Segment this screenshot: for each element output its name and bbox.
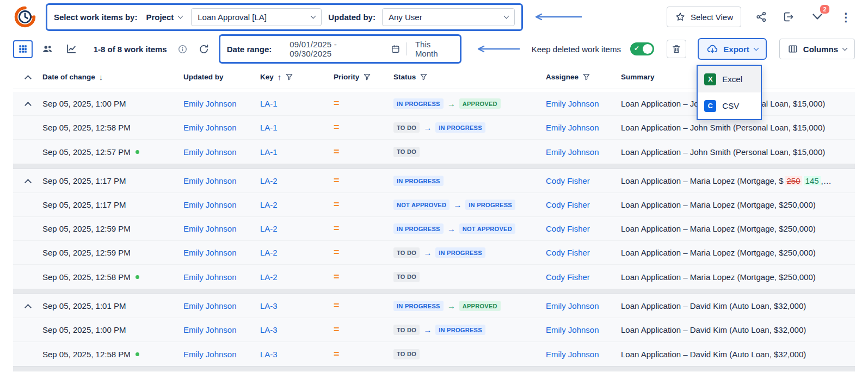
date-cell: Sep 05, 2025, 1:17 PM xyxy=(42,176,183,185)
export-button[interactable]: Export xyxy=(698,38,767,60)
keep-deleted-toggle[interactable] xyxy=(630,42,654,55)
priority-cell: = xyxy=(334,199,393,210)
chart-view-button[interactable] xyxy=(61,40,81,58)
collapse-group-icon[interactable] xyxy=(24,102,32,108)
created-event-dot xyxy=(136,150,139,154)
column-header-priority[interactable]: Priority xyxy=(334,73,393,81)
c-key-cell: LA-2 xyxy=(260,176,334,185)
table-view-button[interactable] xyxy=(13,40,33,58)
select-view-label: Select View xyxy=(691,13,733,22)
column-header-updated-by[interactable]: Updated by xyxy=(183,73,260,81)
column-header-assignee[interactable]: Assignee xyxy=(546,73,621,81)
priority-cell: = xyxy=(334,247,393,258)
updated-by-link[interactable]: Emily Johnson xyxy=(183,176,237,185)
change-timestamp: Sep 05, 2025, 1:17 PM xyxy=(42,200,126,209)
c-upd-cell: Emily Johnson xyxy=(183,123,260,132)
work-item-key-link[interactable]: LA-1 xyxy=(260,123,278,132)
priority-medium-icon: = xyxy=(334,271,340,282)
collapse-group-icon[interactable] xyxy=(24,179,32,185)
assignee-link[interactable]: Cody Fisher xyxy=(546,272,590,282)
assignee-link[interactable]: Emily Johnson xyxy=(546,147,599,157)
date-preset-chip[interactable]: This Month xyxy=(413,40,453,58)
column-header-key[interactable]: Key ↑ xyxy=(260,72,334,82)
filter-icon[interactable] xyxy=(420,73,428,81)
collapse-group-icon[interactable] xyxy=(24,304,32,310)
work-item-key-link[interactable]: LA-3 xyxy=(260,350,278,359)
updated-by-link[interactable]: Emily Johnson xyxy=(183,350,237,359)
select-by-value: Project xyxy=(146,13,174,22)
updated-by-link[interactable]: Emily Johnson xyxy=(183,272,237,282)
app-logo-icon xyxy=(13,5,37,29)
updated-by-link[interactable]: Emily Johnson xyxy=(183,99,237,108)
header-label: Summary xyxy=(621,73,655,81)
updated-by-link[interactable]: Emily Johnson xyxy=(183,123,237,132)
status-badge: APPROVED xyxy=(459,301,501,311)
c-upd-cell: Emily Johnson xyxy=(183,200,260,209)
assignee-link[interactable]: Cody Fisher xyxy=(546,176,590,185)
c-key-cell: LA-2 xyxy=(260,272,334,282)
updated-by-link[interactable]: Emily Johnson xyxy=(183,224,237,233)
work-item-key-link[interactable]: LA-2 xyxy=(260,248,278,257)
updated-by-link[interactable]: Emily Johnson xyxy=(183,200,237,209)
change-timestamp: Sep 05, 2025, 1:00 PM xyxy=(42,325,126,334)
work-item-key-link[interactable]: LA-3 xyxy=(260,325,278,334)
refresh-button[interactable] xyxy=(197,42,211,56)
summary-removed-value: 250 xyxy=(785,176,802,185)
project-dropdown[interactable]: Loan Approval [LA] xyxy=(191,8,322,26)
c-key-cell: LA-1 xyxy=(260,123,334,132)
date-range-value[interactable]: 09/01/2025 - 09/30/2025 xyxy=(278,40,385,58)
column-header-date-of-change[interactable]: Date of change ↓ xyxy=(42,72,183,82)
priority-cell: = xyxy=(334,349,393,360)
work-item-key-link[interactable]: LA-2 xyxy=(260,176,278,185)
c-upd-cell: Emily Johnson xyxy=(183,99,260,108)
columns-button[interactable]: Columns xyxy=(779,39,855,59)
assignee-link[interactable]: Emily Johnson xyxy=(546,123,599,132)
info-button[interactable] xyxy=(176,43,189,55)
filter-icon[interactable] xyxy=(285,73,293,81)
people-view-button[interactable] xyxy=(38,40,57,58)
assignee-link[interactable]: Emily Johnson xyxy=(546,350,599,359)
assignee-link[interactable]: Emily Johnson xyxy=(546,301,599,310)
created-event-dot xyxy=(136,352,139,356)
share-button[interactable] xyxy=(754,10,768,24)
updated-by-link[interactable]: Emily Johnson xyxy=(183,147,237,157)
delete-button[interactable] xyxy=(667,40,686,58)
priority-medium-icon: = xyxy=(334,349,340,359)
select-by-dropdown[interactable]: Project xyxy=(144,10,184,24)
assignee-link[interactable]: Cody Fisher xyxy=(546,200,590,209)
export-excel-option[interactable]: X Excel xyxy=(698,66,761,92)
work-item-key-link[interactable]: LA-2 xyxy=(260,272,278,282)
work-item-key-link[interactable]: LA-3 xyxy=(260,301,278,310)
select-view-button[interactable]: Select View xyxy=(667,7,741,27)
updated-by-link[interactable]: Emily Johnson xyxy=(183,301,237,310)
more-actions-button[interactable]: ⋮ xyxy=(837,10,855,24)
summary-segment: Loan Application – Maria Lopez (Mortgage… xyxy=(621,224,816,233)
c-upd-cell: Emily Johnson xyxy=(183,301,260,310)
assignee-link[interactable]: Cody Fisher xyxy=(546,224,590,233)
work-item-key-link[interactable]: LA-1 xyxy=(260,147,278,157)
assignee-link[interactable]: Emily Johnson xyxy=(546,99,599,108)
column-header-status[interactable]: Status xyxy=(393,73,546,81)
filter-icon[interactable] xyxy=(363,73,371,81)
filter-icon[interactable] xyxy=(582,73,590,81)
collapse-all-icon[interactable] xyxy=(24,75,32,82)
calendar-icon[interactable] xyxy=(391,44,401,54)
work-item-key-link[interactable]: LA-2 xyxy=(260,224,278,233)
c-asg-cell: Emily Johnson xyxy=(546,301,621,310)
sort-asc-icon: ↑ xyxy=(278,72,282,82)
assignee-link[interactable]: Emily Johnson xyxy=(546,325,599,334)
updated-by-link[interactable]: Emily Johnson xyxy=(183,248,237,257)
assignee-link[interactable]: Cody Fisher xyxy=(546,248,590,257)
work-item-key-link[interactable]: LA-1 xyxy=(260,99,278,108)
sort-desc-icon: ↓ xyxy=(99,72,103,82)
history-group-LA-3: Sep 05, 2025, 1:01 PMEmily JohnsonLA-3=I… xyxy=(13,294,855,366)
saved-filters-button[interactable]: 2 xyxy=(810,9,825,24)
summary-segment: Loan Application – David Kim (Auto Loan,… xyxy=(621,350,806,359)
export-history-button[interactable] xyxy=(781,10,796,24)
updated-by-link[interactable]: Emily Johnson xyxy=(183,325,237,334)
work-item-key-link[interactable]: LA-2 xyxy=(260,200,278,209)
updated-by-dropdown[interactable]: Any User xyxy=(382,8,515,26)
export-csv-option[interactable]: C CSV xyxy=(698,92,761,119)
status-badge: APPROVED xyxy=(459,98,501,109)
date-cell: Sep 05, 2025, 12:58 PM xyxy=(42,123,183,132)
